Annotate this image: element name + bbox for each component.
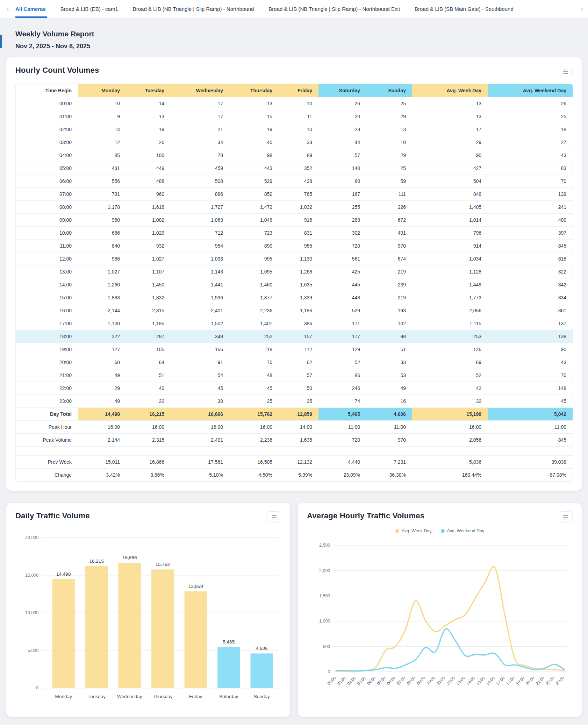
camera-tab-0[interactable]: All Cameras: [15, 0, 46, 18]
value-cell: 720: [318, 239, 366, 252]
value-cell: 2,056: [412, 433, 488, 446]
line-chart-menu-button[interactable]: [559, 511, 573, 523]
value-cell: 22: [126, 395, 171, 407]
row-label-cell: 09:00: [16, 213, 78, 226]
value-cell: 1,063: [171, 213, 229, 226]
value-cell: 480: [488, 213, 573, 226]
x-axis-label: 01:00: [336, 676, 346, 686]
y-axis-label: 2,500: [319, 543, 330, 548]
bar-sunday[interactable]: [251, 653, 273, 688]
bar-tuesday[interactable]: [85, 566, 108, 688]
value-cell: 720: [318, 433, 366, 446]
x-axis-label: Tuesday: [87, 694, 106, 699]
x-axis-label: 02:00: [346, 676, 357, 686]
avg-hourly-line-chart: 05001,0001,5002,0002,50000:0001:0002:000…: [307, 535, 573, 704]
camera-tab-2[interactable]: Broad & LIB (NB Triangle | Slip Ramp) - …: [133, 0, 254, 18]
bar-wednesday[interactable]: [119, 563, 141, 688]
value-cell: 1,727: [171, 200, 229, 213]
bar-chart-title: Daily Traffic Volume: [15, 511, 90, 520]
value-cell: 1,877: [229, 291, 279, 304]
line-series-avg-weekend-day[interactable]: [336, 629, 564, 671]
value-cell: [488, 446, 573, 455]
value-cell: 253: [412, 330, 488, 343]
value-cell: 2,144: [78, 304, 126, 317]
bar-value-label: 4,606: [256, 646, 268, 651]
value-cell: [126, 446, 171, 455]
legend-dot-weekday-icon: [395, 529, 399, 533]
value-cell: 64: [126, 356, 171, 369]
value-cell: 16: [366, 395, 412, 407]
row-label-cell: 19:00: [16, 343, 78, 356]
line-series-avg-week-day[interactable]: [336, 567, 564, 671]
value-cell: 1,401: [229, 317, 279, 330]
row-label-cell: 21:00: [16, 369, 78, 382]
value-cell: 222: [78, 330, 126, 343]
value-cell: 160.44%: [412, 468, 488, 481]
value-cell: [78, 446, 126, 455]
value-cell: 1,033: [171, 252, 229, 265]
value-cell: 781: [78, 187, 126, 200]
camera-tab-1[interactable]: Broad & LIB (EB) - cam1: [60, 0, 118, 18]
legend-item-weekday[interactable]: Avg. Week Day: [395, 528, 432, 533]
row-label-cell: 05:00: [16, 162, 78, 175]
row-label-cell: 13:00: [16, 265, 78, 278]
bar-chart-menu-button[interactable]: [267, 511, 281, 523]
table-menu-button[interactable]: [559, 66, 573, 77]
table-row: 23:00492230253574163245: [16, 395, 573, 407]
value-cell: 239: [366, 278, 412, 291]
value-cell: 15,762: [229, 407, 279, 420]
daily-volume-bar-chart: 05,00010,00015,00020,00014,498Monday16,2…: [15, 525, 281, 704]
value-cell: 62: [279, 356, 318, 369]
value-cell: 60: [78, 356, 126, 369]
table-row: 05:004314494594433521402542783: [16, 162, 573, 175]
value-cell: 45: [488, 395, 573, 407]
legend-item-weekend[interactable]: Avg. Weekend Day: [441, 528, 485, 533]
summary-row-day-total: Day Total14,49816,21516,66615,76212,8595…: [16, 407, 573, 420]
value-cell: 10: [279, 97, 318, 110]
value-cell: 488: [126, 175, 171, 187]
value-cell: 4,440: [318, 455, 366, 468]
value-cell: 1,441: [171, 278, 229, 291]
value-cell: 52: [318, 356, 366, 369]
value-cell: 5,465: [318, 407, 366, 420]
value-cell: 427: [412, 162, 488, 175]
value-cell: 42: [412, 382, 488, 395]
x-axis-label: 16:00: [485, 676, 495, 686]
page-title: Weekly Volume Report: [15, 30, 588, 38]
value-cell: 29: [412, 136, 488, 149]
line-chart-title: Average Hourly Traffic Volumes: [307, 511, 424, 520]
value-cell: [279, 446, 318, 455]
table-row: 00:00101417131026251326: [16, 97, 573, 110]
bar-friday[interactable]: [185, 591, 207, 688]
value-cell: 1,185: [126, 317, 171, 330]
value-cell: 138: [488, 330, 573, 343]
camera-tab-4[interactable]: Broad & LIB (SB Main Gate) - Southbound: [415, 0, 514, 18]
y-axis-label: 2,000: [319, 568, 330, 573]
value-cell: -87.08%: [488, 468, 573, 481]
value-cell: -36.30%: [366, 468, 412, 481]
x-axis-label: 14:00: [466, 676, 476, 686]
bar-monday[interactable]: [52, 579, 75, 688]
tabs-next-icon[interactable]: ›: [576, 0, 588, 18]
value-cell: 50: [279, 382, 318, 395]
row-label-cell: Day Total: [16, 407, 78, 420]
bar-thursday[interactable]: [151, 569, 174, 688]
value-cell: 44: [318, 136, 366, 149]
value-cell: 1,883: [78, 291, 126, 304]
tabs-prev-icon[interactable]: ‹: [0, 0, 15, 18]
value-cell: 14: [78, 123, 126, 136]
table-row: 02:00141921191023131718: [16, 123, 573, 136]
value-cell: 69: [412, 356, 488, 369]
x-axis-label: 15:00: [475, 676, 486, 686]
row-label-cell: 12:00: [16, 252, 78, 265]
camera-tab-3[interactable]: Broad & LIB (NB Triangle | Slip Ramp) - …: [268, 0, 400, 18]
value-cell: 561: [318, 252, 366, 265]
value-cell: 91: [171, 356, 229, 369]
value-cell: 11: [279, 110, 318, 123]
value-cell: 219: [366, 265, 412, 278]
legend-dot-weekend-icon: [441, 529, 445, 533]
table-body: 00:0010141713102625132601:00913171511202…: [16, 97, 573, 481]
value-cell: 43: [488, 356, 573, 369]
value-cell: 167: [318, 187, 366, 200]
bar-saturday[interactable]: [217, 647, 240, 688]
